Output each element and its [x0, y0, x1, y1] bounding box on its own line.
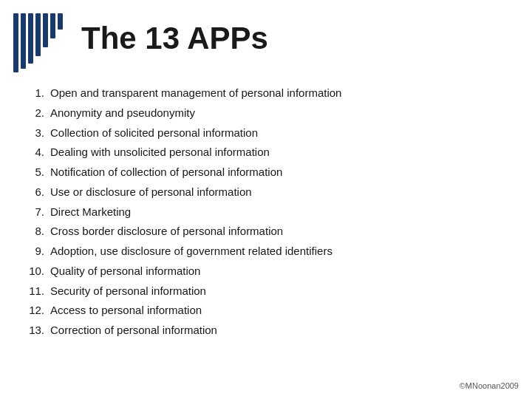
item-number: 4.	[22, 144, 50, 160]
list-item: 13.Correction of personal information	[22, 322, 510, 338]
bar-4	[35, 13, 41, 56]
list-item: 12.Access to personal information	[22, 302, 510, 318]
list-item: 7.Direct Marketing	[22, 204, 510, 220]
item-number: 6.	[22, 184, 50, 200]
decorative-bars	[13, 13, 63, 72]
bar-5	[43, 13, 48, 47]
item-text: Adoption, use disclosure of government r…	[50, 243, 332, 259]
slide-title: The 13 APPs	[81, 21, 268, 56]
item-number: 1.	[22, 85, 50, 101]
item-text: Anonymity and pseudonymity	[50, 105, 195, 121]
list-item: 10.Quality of personal information	[22, 263, 510, 279]
item-text: Notification of collection of personal i…	[50, 164, 282, 180]
list-item: 2.Anonymity and pseudonymity	[22, 105, 510, 121]
list-item: 8.Cross border disclosure of personal in…	[22, 223, 510, 239]
item-number: 9.	[22, 243, 50, 259]
item-text: Cross border disclosure of personal info…	[50, 223, 283, 239]
bar-7	[58, 13, 63, 30]
item-number: 11.	[22, 283, 50, 299]
list-item: 6.Use or disclosure of personal informat…	[22, 184, 510, 200]
item-number: 5.	[22, 164, 50, 180]
item-number: 12.	[22, 302, 50, 318]
item-number: 3.	[22, 125, 50, 141]
item-text: Quality of personal information	[50, 263, 200, 279]
bar-2	[21, 13, 26, 69]
app-list: 1.Open and transparent management of per…	[22, 85, 510, 338]
item-text: Correction of personal information	[50, 322, 217, 338]
slide: The 13 APPs 1.Open and transparent manag…	[0, 0, 532, 399]
item-number: 10.	[22, 263, 50, 279]
bar-3	[28, 13, 33, 64]
item-text: Direct Marketing	[50, 204, 131, 220]
content-area: 1.Open and transparent management of per…	[22, 85, 510, 369]
list-item: 5.Notification of collection of personal…	[22, 164, 510, 180]
list-item: 3.Collection of solicited personal infor…	[22, 125, 510, 141]
item-text: Collection of solicited personal informa…	[50, 125, 258, 141]
item-text: Access to personal information	[50, 302, 202, 318]
list-item: 9.Adoption, use disclosure of government…	[22, 243, 510, 259]
item-text: Dealing with unsolicited personal inform…	[50, 144, 270, 160]
list-item: 1.Open and transparent management of per…	[22, 85, 510, 101]
list-item: 4.Dealing with unsolicited personal info…	[22, 144, 510, 160]
item-number: 2.	[22, 105, 50, 121]
copyright-text: ©MNoonan2009	[460, 381, 519, 390]
bar-6	[50, 13, 55, 38]
bar-1	[13, 13, 18, 72]
item-text: Use or disclosure of personal informatio…	[50, 184, 252, 200]
item-number: 13.	[22, 322, 50, 338]
item-text: Open and transparent management of perso…	[50, 85, 341, 101]
item-number: 7.	[22, 204, 50, 220]
item-number: 8.	[22, 223, 50, 239]
item-text: Security of personal information	[50, 283, 206, 299]
list-item: 11.Security of personal information	[22, 283, 510, 299]
